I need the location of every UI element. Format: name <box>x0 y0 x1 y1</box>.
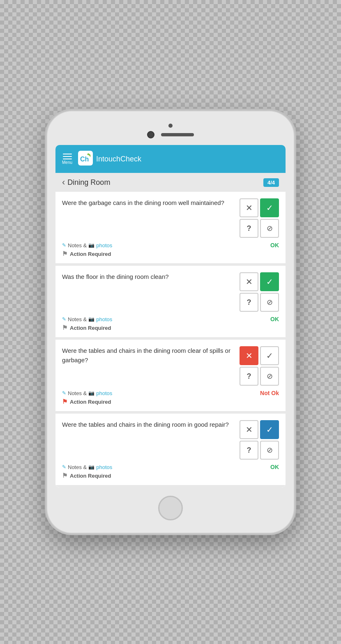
question-footer-4: ✎ Notes & 📷 photos OK <box>62 464 279 470</box>
answer-buttons-3: ✕ ✓ ? ⊘ <box>240 346 279 386</box>
svg-text:Ch: Ch <box>80 156 89 163</box>
btn-check-2[interactable]: ✓ <box>260 272 279 291</box>
status-2: OK <box>270 316 279 322</box>
questions-container: Were the garbage cans in the dining room… <box>55 192 286 488</box>
btn-no-2[interactable]: ⊘ <box>260 293 279 312</box>
notes-link-2[interactable]: ✎ Notes & 📷 photos <box>62 316 112 322</box>
camera-icon-1: 📷 <box>88 242 94 248</box>
question-card-2: Was the floor in the dining room clean? … <box>55 266 286 340</box>
question-inner-3: Were the tables and chairs in the dining… <box>62 346 279 386</box>
question-footer-3: ✎ Notes & 📷 photos Not Ok <box>62 390 279 396</box>
action-label-3: Action Required <box>70 399 111 405</box>
speaker <box>161 133 194 136</box>
notes-link-3[interactable]: ✎ Notes & 📷 photos <box>62 390 112 396</box>
camera <box>147 131 154 138</box>
menu-wrapper[interactable]: Menu <box>62 154 72 165</box>
camera-icon-2: 📷 <box>88 316 94 322</box>
status-1: OK <box>270 242 279 248</box>
answer-buttons-1: ✕ ✓ ? ⊘ <box>240 198 279 238</box>
flag-icon-1: ⚑ <box>62 250 67 258</box>
btn-no-4[interactable]: ⊘ <box>260 441 279 460</box>
question-inner-1: Were the garbage cans in the dining room… <box>62 198 279 238</box>
btn-x-2[interactable]: ✕ <box>240 272 258 291</box>
notes-prefix-3: Notes & <box>68 390 87 396</box>
home-button[interactable] <box>158 496 183 520</box>
status-3: Not Ok <box>260 390 279 396</box>
edit-icon-4: ✎ <box>62 464 66 470</box>
action-label-1: Action Required <box>70 251 111 257</box>
action-label-2: Action Required <box>70 325 111 331</box>
question-inner-2: Was the floor in the dining room clean? … <box>62 272 279 312</box>
flag-icon-3: ⚑ <box>62 398 67 405</box>
action-required-2[interactable]: ⚑ Action Required <box>62 324 279 331</box>
btn-no-3[interactable]: ⊘ <box>260 367 279 386</box>
btn-question-1[interactable]: ? <box>240 219 258 238</box>
notes-link-4[interactable]: ✎ Notes & 📷 photos <box>62 464 112 470</box>
nav-back[interactable]: ‹ Dining Room <box>62 177 110 188</box>
answer-buttons-2: ✕ ✓ ? ⊘ <box>240 272 279 312</box>
edit-icon-2: ✎ <box>62 316 66 322</box>
flag-icon-2: ⚑ <box>62 324 67 331</box>
notes-link-text-2[interactable]: photos <box>96 316 112 322</box>
phone-screen: Menu Ch IntouchCheck ‹ Dining Room 4/4 <box>55 145 286 488</box>
notes-link-text-1[interactable]: photos <box>96 242 112 248</box>
menu-label: Menu <box>62 160 72 165</box>
action-required-3[interactable]: ⚑ Action Required <box>62 398 279 405</box>
action-required-1[interactable]: ⚑ Action Required <box>62 250 279 258</box>
flag-icon-4: ⚑ <box>62 472 67 479</box>
question-text-3: Were the tables and chairs in the dining… <box>62 346 235 365</box>
status-4: OK <box>270 464 279 470</box>
app-logo: Ch IntouchCheck <box>78 151 141 167</box>
question-card-4: Were the tables and chairs in the dining… <box>55 414 286 488</box>
edit-icon-1: ✎ <box>62 242 66 248</box>
nav-bar: ‹ Dining Room 4/4 <box>55 173 286 192</box>
phone-frame: Menu Ch IntouchCheck ‹ Dining Room 4/4 <box>47 111 294 533</box>
camera-icon-4: 📷 <box>88 464 94 470</box>
answer-buttons-4: ✕ ✓ ? ⊘ <box>240 420 279 460</box>
menu-icon[interactable] <box>63 154 72 159</box>
back-icon[interactable]: ‹ <box>62 177 65 188</box>
btn-no-1[interactable]: ⊘ <box>260 219 279 238</box>
progress-badge: 4/4 <box>263 178 279 187</box>
action-label-4: Action Required <box>70 473 111 479</box>
app-header: Menu Ch IntouchCheck <box>55 145 286 173</box>
question-inner-4: Were the tables and chairs in the dining… <box>62 420 279 460</box>
btn-check-1[interactable]: ✓ <box>260 198 279 217</box>
question-card-1: Were the garbage cans in the dining room… <box>55 192 286 266</box>
logo-icon: Ch <box>78 151 93 167</box>
btn-check-3[interactable]: ✓ <box>260 346 279 365</box>
btn-x-3[interactable]: ✕ <box>240 346 258 365</box>
question-footer-1: ✎ Notes & 📷 photos OK <box>62 242 279 248</box>
action-required-4[interactable]: ⚑ Action Required <box>62 472 279 479</box>
notes-prefix-4: Notes & <box>68 464 87 470</box>
notes-link-text-4[interactable]: photos <box>96 464 112 470</box>
notes-prefix-2: Notes & <box>68 316 87 322</box>
sensor <box>168 124 173 128</box>
question-text-1: Were the garbage cans in the dining room… <box>62 198 235 208</box>
camera-icon-3: 📷 <box>88 390 94 396</box>
phone-bottom <box>55 496 286 520</box>
btn-question-2[interactable]: ? <box>240 293 258 312</box>
question-footer-2: ✎ Notes & 📷 photos OK <box>62 316 279 322</box>
notes-link-1[interactable]: ✎ Notes & 📷 photos <box>62 242 112 248</box>
notes-prefix-1: Notes & <box>68 242 87 248</box>
nav-title: Dining Room <box>67 178 110 187</box>
phone-top-bar <box>147 131 194 138</box>
btn-question-3[interactable]: ? <box>240 367 258 386</box>
question-text-4: Were the tables and chairs in the dining… <box>62 420 235 430</box>
phone-top <box>55 124 286 138</box>
question-card-3: Were the tables and chairs in the dining… <box>55 340 286 414</box>
edit-icon-3: ✎ <box>62 390 66 396</box>
app-name: IntouchCheck <box>96 155 141 163</box>
notes-link-text-3[interactable]: photos <box>96 390 112 396</box>
btn-x-4[interactable]: ✕ <box>240 420 258 439</box>
btn-question-4[interactable]: ? <box>240 441 258 460</box>
question-text-2: Was the floor in the dining room clean? <box>62 272 235 282</box>
btn-x-1[interactable]: ✕ <box>240 198 258 217</box>
btn-check-4[interactable]: ✓ <box>260 420 279 439</box>
